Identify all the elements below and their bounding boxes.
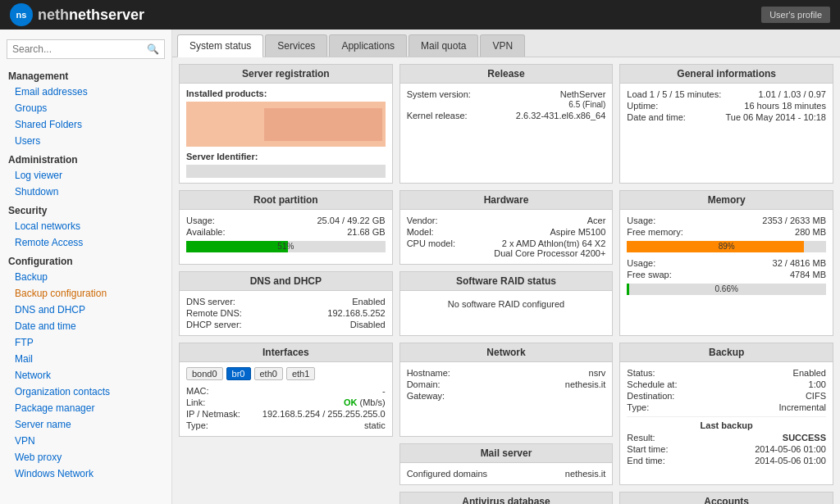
sidebar-item-groups[interactable]: Groups [0, 100, 171, 116]
mail-server-panel: Mail server Configured domains nethesis.… [399, 443, 614, 485]
sidebar-item-org-contacts[interactable]: Organization contacts [0, 384, 171, 400]
search-input[interactable] [7, 40, 142, 58]
backup-title: Backup [620, 343, 833, 362]
root-partition-title: Root partition [180, 191, 392, 210]
logo: ns nethnethserver [10, 3, 144, 26]
ip-value: 192.168.5.254 / 255.255.255.0 [262, 409, 386, 419]
network-title: Network [400, 343, 613, 362]
swap-pct: 0.66% [714, 284, 737, 295]
antivirus-title: Antivirus database [400, 493, 613, 504]
configured-domains-value: nethesis.it [565, 469, 606, 479]
user-profile-button[interactable]: User's profile [761, 7, 830, 23]
configuration-label: Configuration [0, 251, 171, 269]
mem-usage-row: Usage: 2353 / 2633 MB [627, 215, 826, 226]
cpu-label: CPU model: [407, 238, 455, 248]
software-raid-body: No software RAID configured [400, 291, 613, 317]
free-mem-value: 280 MB [795, 227, 826, 237]
backup-end-label: End time: [627, 456, 664, 465]
remote-dns-row: Remote DNS: 192.168.5.252 [186, 307, 386, 319]
datetime-row: Date and time: Tue 06 May 2014 - 10:18 [627, 111, 826, 123]
tag-eth0[interactable]: eth0 [254, 367, 283, 380]
dns-dhcp-title: DNS and DHCP [180, 272, 392, 291]
tab-applications[interactable]: Applications [329, 34, 407, 57]
swap-usage-row: Usage: 32 / 4816 MB [627, 257, 826, 269]
uptime-row: Uptime: 16 hours 18 minutes [627, 100, 826, 111]
configured-domains-row: Configured domains nethesis.it [407, 468, 606, 479]
swap-usage-label: Usage: [627, 258, 655, 268]
vendor-row: Vendor: Acer [407, 215, 606, 226]
datetime-label: Date and time: [627, 112, 686, 122]
backup-panel: Backup Status: Enabled Schedule at: 1:00… [619, 343, 833, 485]
main-layout: 🔍 Management Email addresses Groups Shar… [0, 30, 840, 504]
tab-services[interactable]: Services [265, 34, 327, 57]
domain-value: nethesis.it [565, 379, 606, 389]
backup-status-label: Status: [627, 368, 655, 378]
sidebar-item-vpn[interactable]: VPN [0, 433, 171, 449]
free-mem-label: Free memory: [627, 227, 682, 237]
general-info-body: Load 1 / 5 / 15 minutes: 1.01 / 1.03 / 0… [620, 84, 833, 128]
interfaces-body: bond0 br0 eth0 eth1 MAC: - Link: OK (Mb/… [180, 362, 392, 436]
tab-system-status[interactable]: System status [177, 34, 263, 57]
general-info-panel: General informations Load 1 / 5 / 15 min… [619, 64, 833, 184]
server-registration-title: Server registration [180, 65, 392, 84]
tag-bond0[interactable]: bond0 [186, 367, 223, 380]
tab-vpn[interactable]: VPN [480, 34, 525, 57]
sidebar-item-mail[interactable]: Mail [0, 351, 171, 367]
release-panel: Release System version: NethServer 6.5 (… [399, 64, 614, 184]
tag-br0[interactable]: br0 [226, 367, 251, 380]
server-identifier-bar [186, 165, 386, 178]
memory-panel: Memory Usage: 2353 / 2633 MB Free memory… [619, 190, 833, 336]
load-row: Load 1 / 5 / 15 minutes: 1.01 / 1.03 / 0… [627, 89, 826, 100]
sidebar-item-local-networks[interactable]: Local networks [0, 218, 171, 234]
sidebar-item-server-name[interactable]: Server name [0, 416, 171, 433]
sidebar-item-network[interactable]: Network [0, 367, 171, 384]
release-body: System version: NethServer 6.5 (Final) K… [400, 84, 613, 126]
sidebar-item-date-time[interactable]: Date and time [0, 318, 171, 334]
accounts-panel: Accounts Users: 6 Groups: 2 VPN accounts… [619, 492, 833, 504]
memory-title: Memory [620, 191, 833, 210]
search-box[interactable]: 🔍 [7, 39, 165, 59]
sidebar-item-log-viewer[interactable]: Log viewer [0, 167, 171, 184]
sidebar-item-backup-configuration[interactable]: Backup configuration [0, 285, 171, 302]
tab-mail-quota[interactable]: Mail quota [409, 34, 478, 57]
kernel-row: Kernel release: 2.6.32-431.el6.x86_64 [407, 110, 606, 121]
sidebar-item-ftp[interactable]: FTP [0, 334, 171, 351]
backup-start-value: 2014-05-06 01:00 [755, 444, 826, 454]
backup-status-value: Enabled [793, 368, 826, 378]
dns-server-row: DNS server: Enabled [186, 296, 386, 307]
sidebar-section-administration: Administration Log viewer Shutdown [0, 149, 171, 200]
sidebar-item-shutdown[interactable]: Shutdown [0, 184, 171, 200]
sidebar-item-backup[interactable]: Backup [0, 269, 171, 285]
sidebar-item-dns-dhcp[interactable]: DNS and DHCP [0, 302, 171, 318]
interfaces-panel: Interfaces bond0 br0 eth0 eth1 MAC: - Li… [179, 343, 393, 437]
sidebar-item-package-manager[interactable]: Package manager [0, 400, 171, 416]
network-body: Hostname: nsrv Domain: nethesis.it Gatew… [400, 362, 613, 406]
backup-type-label: Type: [627, 402, 649, 412]
hostname-row: Hostname: nsrv [407, 367, 606, 379]
sidebar-item-shared-folders[interactable]: Shared Folders [0, 116, 171, 133]
system-version-label: System version: [407, 89, 471, 109]
dhcp-label: DHCP server: [186, 320, 242, 329]
sidebar-item-email-addresses[interactable]: Email addresses [0, 84, 171, 100]
hardware-body: Vendor: Acer Model: Aspire M5100 CPU mod… [400, 210, 613, 264]
available-row: Available: 21.68 GB [186, 226, 386, 238]
uptime-value: 16 hours 18 minutes [744, 101, 826, 111]
tag-eth1[interactable]: eth1 [286, 367, 315, 380]
backup-type-value: Incremental [779, 402, 826, 412]
sidebar-item-web-proxy[interactable]: Web proxy [0, 449, 171, 465]
backup-start-label: Start time: [627, 444, 668, 454]
administration-label: Administration [0, 149, 171, 167]
management-label: Management [0, 66, 171, 84]
destination-row: Destination: CIFS [627, 390, 826, 402]
datetime-value: Tue 06 May 2014 - 10:18 [725, 112, 826, 122]
memory-body: Usage: 2353 / 2633 MB Free memory: 280 M… [620, 210, 833, 303]
sidebar-item-remote-access[interactable]: Remote Access [0, 234, 171, 251]
hardware-title: Hardware [400, 191, 613, 210]
link-value: OK (Mb/s) [344, 397, 386, 407]
dashboard: Server registration Installed products: … [172, 57, 840, 504]
logo-text: nethnethserver [38, 7, 144, 24]
sidebar-item-users[interactable]: Users [0, 133, 171, 149]
kernel-label: Kernel release: [407, 111, 468, 120]
usage-label: Usage: [186, 216, 215, 225]
sidebar-item-windows-network[interactable]: Windows Network [0, 465, 171, 482]
